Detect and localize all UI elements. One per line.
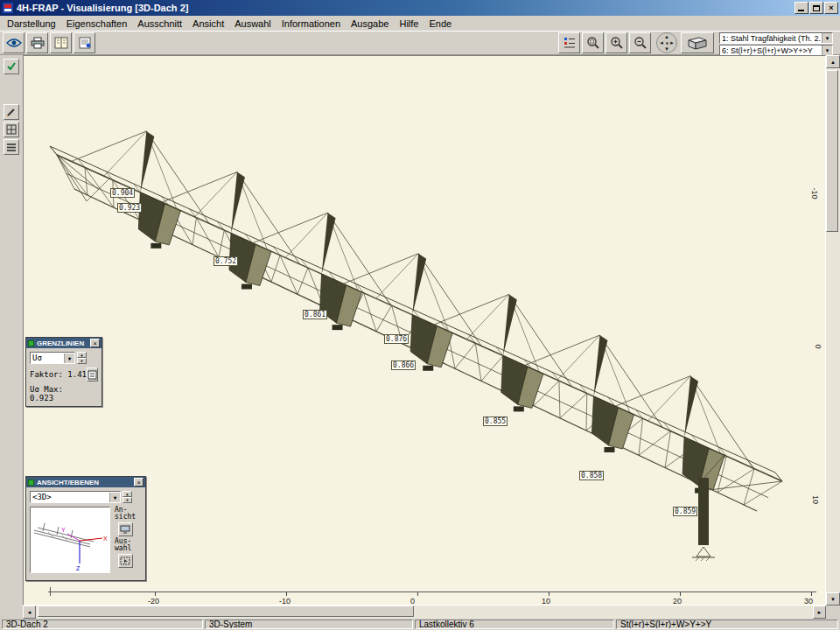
menu-item-hilfe[interactable]: Hilfe <box>394 18 424 30</box>
x-axis-tick-label: 10 <box>542 597 550 606</box>
preview-axis-x-label: X <box>103 536 108 542</box>
projection-3d-button[interactable] <box>681 32 714 53</box>
view-combo[interactable]: <3D> ▼ <box>30 491 121 503</box>
x-axis-tick-mark <box>417 592 418 596</box>
scroll-down-button[interactable]: ▼ <box>826 592 840 606</box>
chevron-down-icon[interactable]: ▼ <box>822 33 832 43</box>
grenzlinien-titlebar[interactable]: GRENZLINIEN × <box>26 338 102 348</box>
print-button[interactable] <box>26 32 48 53</box>
y-axis-tick-label: 10 <box>811 495 820 504</box>
member-utilization-label: 0.923 <box>117 203 142 213</box>
member-utilization-label: 0.855 <box>483 416 508 426</box>
spin-down-icon[interactable]: ▼ <box>122 497 132 503</box>
menu-item-eigenschaften[interactable]: Eigenschaften <box>61 18 133 30</box>
window-title: 4H-FRAP - Visualisierung [3D-Dach 2] <box>17 3 794 13</box>
result-list-button[interactable] <box>558 32 580 53</box>
rotate-right-icon[interactable]: ► <box>669 40 675 46</box>
close-button[interactable]: × <box>824 2 838 14</box>
horizontal-scroll-thumb[interactable] <box>38 606 414 617</box>
view-side-buttons: An- sicht Aus- wahl <box>115 507 136 568</box>
spin-down-icon[interactable]: ▼ <box>77 358 87 364</box>
auswahl-apply-button[interactable] <box>118 554 133 568</box>
result-case-combo[interactable]: 1: Stahl Tragfähigkeit (Th. 2. O ▼ <box>719 32 833 44</box>
scroll-left-button[interactable]: ◄ <box>23 606 36 619</box>
monitor-icon <box>120 525 130 534</box>
chevron-down-icon[interactable]: ▼ <box>109 493 120 502</box>
status-panel-2: Lastkollektiv 6 <box>415 620 614 629</box>
zoom-out-icon <box>634 36 648 50</box>
result-combos: 1: Stahl Tragfähigkeit (Th. 2. O ▼ 6: St… <box>719 32 833 56</box>
info-document-button[interactable] <box>74 32 95 53</box>
maximize-icon <box>813 5 820 11</box>
member-utilization-label: 0.866 <box>391 360 416 370</box>
zoom-out-button[interactable] <box>629 32 651 53</box>
menu-item-darstellung[interactable]: Darstellung <box>2 18 61 30</box>
menu-item-ausschnitt[interactable]: Ausschnitt <box>132 18 187 30</box>
member-utilization-label: 0.876 <box>384 334 409 344</box>
ansicht-palette[interactable]: ANSICHT/EBENEN × <3D> ▼ ▲ ▼ <box>25 476 146 581</box>
ansicht-apply-button[interactable] <box>118 522 133 536</box>
zoom-window-button[interactable] <box>582 32 604 53</box>
menu-item-ansicht[interactable]: Ansicht <box>187 18 229 30</box>
hatch-tool-button[interactable] <box>4 122 19 137</box>
menu-item-ausgabe[interactable]: Ausgabe <box>346 18 394 30</box>
ansicht-titlebar[interactable]: ANSICHT/EBENEN × <box>26 477 145 487</box>
faktor-settings-button[interactable] <box>87 368 98 382</box>
rotate-left-icon[interactable]: ◄ <box>659 40 664 46</box>
scroll-up-button[interactable]: ▲ <box>826 55 840 68</box>
vertical-scroll-track[interactable] <box>826 68 840 592</box>
vertical-scroll-thumb[interactable] <box>826 70 838 232</box>
x-axis-tick-mark <box>286 592 287 596</box>
report-button[interactable] <box>50 32 72 53</box>
menu-item-informationen[interactable]: Informationen <box>276 18 346 30</box>
menu-item-ende[interactable]: Ende <box>424 18 457 30</box>
grenzlinien-body: Uσ ▼ ▲ ▼ Faktor: 1.41 <box>26 348 102 406</box>
grenzlinien-title: GRENZLINIEN <box>37 340 84 347</box>
book-icon <box>54 37 68 49</box>
status-panel-1: 3D-System <box>205 620 413 629</box>
menu-item-auswahl[interactable]: Auswahl <box>229 18 276 30</box>
statusbar: 3D-Dach 23D-SystemLastkollektiv 6St(l+r)… <box>0 619 840 630</box>
horizontal-scroll-track[interactable] <box>36 606 813 619</box>
maximize-button[interactable] <box>809 2 823 14</box>
right-scroll-column: ▲ ▼ <box>826 55 840 619</box>
minimize-icon <box>798 10 804 11</box>
view-combo-value: <3D> <box>31 493 109 501</box>
status-panel-3: St(l+r)+S(l+r)+W>Y+>Y <box>616 620 838 629</box>
load-case-value: 6: St(l+r)+S(l+r)+W>Y+>Y <box>720 46 822 55</box>
x-axis-tick-mark <box>155 592 156 596</box>
grenzlinien-result-value: Uσ <box>31 354 64 362</box>
canvas[interactable]: GRENZLINIEN × Uσ ▼ ▲ ▼ <box>23 55 826 606</box>
grenzlinien-close-button[interactable]: × <box>90 339 100 347</box>
spin-up-icon[interactable]: ▲ <box>77 352 87 358</box>
ansicht-close-button[interactable]: × <box>134 478 144 486</box>
edit-tool-button[interactable] <box>4 104 19 120</box>
select-tool-button[interactable] <box>4 59 19 74</box>
view-spinner[interactable]: ▲ ▼ <box>122 491 132 503</box>
chevron-down-icon[interactable]: ▼ <box>822 46 832 55</box>
rotate-navigation-pad[interactable]: ▲ ▼ ◄ ► <box>656 32 677 53</box>
x-axis-tick-mark <box>811 592 812 596</box>
view-preview[interactable]: X Y Z <box>30 507 110 573</box>
view-mode-button[interactable] <box>3 32 24 53</box>
grenzlinien-result-combo[interactable]: Uσ ▼ <box>30 352 75 364</box>
zoom-in-button[interactable] <box>606 32 627 53</box>
layers-icon <box>6 142 17 152</box>
spin-up-icon[interactable]: ▲ <box>122 491 132 497</box>
rotate-down-icon[interactable]: ▼ <box>664 46 669 52</box>
select-box-icon <box>120 556 130 565</box>
vertical-scrollbar[interactable]: ▲ ▼ <box>826 55 840 606</box>
layers-tool-button[interactable] <box>4 139 19 155</box>
minimize-button[interactable] <box>794 2 808 14</box>
chevron-down-icon[interactable]: ▼ <box>64 354 74 363</box>
grenzlinien-palette[interactable]: GRENZLINIEN × Uσ ▼ ▲ ▼ <box>25 337 102 407</box>
ansicht-label: An- sicht <box>115 507 136 521</box>
member-utilization-label: 0.861 <box>303 310 327 319</box>
grenzlinien-spinner[interactable]: ▲ ▼ <box>77 352 87 364</box>
zoom-in-icon <box>610 36 624 50</box>
max-label: Uσ Max: <box>30 385 63 394</box>
scroll-right-button[interactable]: ► <box>813 606 826 619</box>
x-axis-tick-label: 20 <box>673 597 682 606</box>
horizontal-scrollbar[interactable]: ◄ ► <box>23 606 826 619</box>
rotate-up-icon[interactable]: ▲ <box>664 34 669 39</box>
